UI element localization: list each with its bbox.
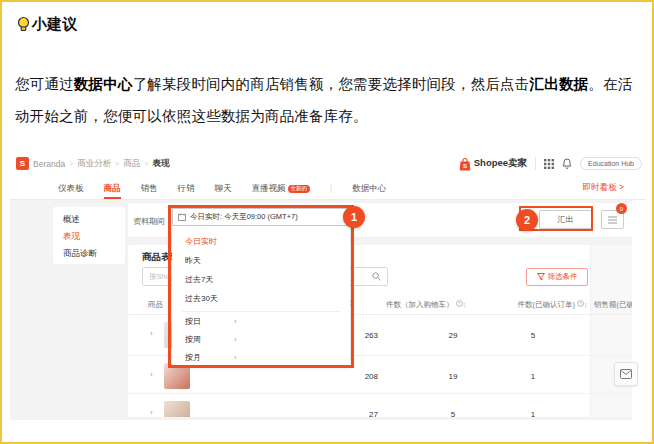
apps-grid-icon[interactable] <box>544 159 554 169</box>
product-thumbnail <box>164 363 190 389</box>
col-confirmed[interactable]: 件数(已确认订单) ?↕ <box>500 300 605 310</box>
chevron-right-icon: › <box>234 332 237 348</box>
sort-icon[interactable]: ↕ <box>463 301 467 308</box>
annotation-step-2: 2 <box>516 209 538 231</box>
add-to-cart-value: 19 <box>413 372 493 381</box>
option-by-month-label: 按月 <box>185 353 201 362</box>
seller-navbar: 仪表板 商品 销售 行销 聊天 直播视频 全新的 | 数据中心 即时看板 > <box>10 177 646 200</box>
breadcrumb-business-insights[interactable]: 商业分析 <box>77 158 111 170</box>
tip-text-segment: 了解某段时间内的商店销售额，您需要选择时间段，然后点击 <box>133 76 530 92</box>
sidebar-item-performance[interactable]: 表现 <box>53 228 125 245</box>
tab-livestream[interactable]: 直播视频 全新的 <box>252 177 311 199</box>
expand-row-icon[interactable]: › <box>150 370 153 379</box>
tip-bold-data-center: 数据中心 <box>74 76 133 92</box>
envelope-icon <box>620 369 632 379</box>
col-product: 商品 <box>148 300 163 310</box>
lightbulb-icon <box>16 16 31 33</box>
export-count-badge: 0 <box>616 203 627 214</box>
chevron-right-icon: › <box>234 350 237 366</box>
education-hub-button[interactable]: Education Hub <box>580 157 642 170</box>
breadcrumb-separator: > <box>115 160 119 167</box>
annotation-step-1: 1 <box>343 206 365 228</box>
add-to-cart-value: 5 <box>413 410 493 417</box>
breadcrumb-home[interactable]: Beranda <box>33 159 65 169</box>
tip-bold-export-data: 汇出数据 <box>530 76 589 92</box>
filter-button[interactable]: 筛选条件 <box>526 268 588 286</box>
tip-page: 小建议 您可通过数据中心了解某段时间内的商店销售额，您需要选择时间段，然后点击汇… <box>0 0 654 444</box>
sort-icon[interactable]: ↕ <box>584 301 588 308</box>
date-range-input[interactable]: 今日实时: 今天至09:00 (GMT+7) <box>172 208 350 226</box>
confirmed-value: 5 <box>493 331 573 340</box>
visitors-value: 208 <box>318 372 378 381</box>
table-row[interactable]: › 27 5 1 <box>128 393 632 417</box>
option-by-day[interactable]: 按日 › <box>172 314 350 330</box>
shopee-seller-brand: S Shopee卖家 <box>459 157 527 171</box>
info-icon: ? <box>577 300 584 307</box>
option-today-realtime[interactable]: 今日实时 <box>172 234 350 250</box>
seller-center-screenshot: S Beranda > 商业分析 > 商品 > 表现 S Shopee卖家 <box>10 150 646 420</box>
chevron-right-icon: › <box>234 314 237 330</box>
tab-dashboard[interactable]: 仪表板 <box>58 177 84 199</box>
option-past-30-days[interactable]: 过去30天 <box>172 291 350 307</box>
filter-button-label: 筛选条件 <box>548 272 578 282</box>
breadcrumb-separator: > <box>69 160 73 167</box>
shopee-logo-icon: S <box>16 157 29 170</box>
tab-products[interactable]: 商品 <box>104 177 121 199</box>
breadcrumb-products[interactable]: 商品 <box>123 158 140 170</box>
tab-livestream-label: 直播视频 <box>252 183 286 195</box>
search-icon[interactable] <box>372 272 381 281</box>
shopee-bag-icon: S <box>459 157 471 171</box>
realtime-dashboard-link[interactable]: 即时看板 > <box>583 182 624 194</box>
export-button[interactable]: 汇出 <box>539 210 592 229</box>
expand-row-icon[interactable]: › <box>150 329 153 338</box>
tip-text-segment: 您可通过 <box>15 76 74 92</box>
tip-title: 小建议 <box>16 15 77 34</box>
brand-text: Shopee卖家 <box>474 157 527 170</box>
confirmed-value: 1 <box>493 410 573 417</box>
dropdown-divider <box>182 311 340 312</box>
tab-chat[interactable]: 聊天 <box>215 177 232 199</box>
topbar-right: S Shopee卖家 <box>459 157 642 171</box>
svg-text:S: S <box>463 163 467 169</box>
visitors-value: 27 <box>318 410 378 417</box>
breadcrumb-performance: 表现 <box>152 158 169 170</box>
option-by-day-label: 按日 <box>185 317 201 326</box>
funnel-icon <box>537 273 545 281</box>
date-range-value: 今日实时: 今天至09:00 (GMT+7) <box>190 212 298 222</box>
col-add-to-cart[interactable]: 件数（加入购物车） ?↕ <box>371 300 481 310</box>
tab-sales[interactable]: 销售 <box>141 177 158 199</box>
tab-divider: | <box>330 183 332 193</box>
sort-icon[interactable]: ↕ <box>352 301 356 308</box>
product-thumbnail <box>164 401 190 417</box>
notification-bell-icon[interactable] <box>562 158 572 169</box>
new-badge: 全新的 <box>288 185 311 193</box>
breadcrumb-separator: > <box>144 160 148 167</box>
analytics-sidebar: 概述 表现 商品诊断 <box>53 207 125 264</box>
sidebar-item-overview[interactable]: 概述 <box>53 211 125 228</box>
calendar-icon <box>178 213 186 221</box>
confirmed-value: 1 <box>493 372 573 381</box>
tab-data-center[interactable]: 数据中心 <box>352 177 386 199</box>
chat-widget-button[interactable] <box>614 362 638 386</box>
col-add-to-cart-label: 件数（加入购物车） <box>386 300 454 309</box>
option-by-week-label: 按周 <box>185 335 201 344</box>
nav-tabs: 仪表板 商品 销售 行销 聊天 直播视频 全新的 | 数据中心 <box>58 177 386 199</box>
menu-lines-icon <box>608 216 617 224</box>
date-range-dropdown: 今日实时: 今天至09:00 (GMT+7) 今日实时 昨天 过去7天 过去30… <box>172 208 350 365</box>
col-confirmed-label: 件数(已确认订单) <box>517 300 575 309</box>
divider <box>535 157 536 170</box>
seller-topbar: S Beranda > 商业分析 > 商品 > 表现 S Shopee卖家 <box>10 150 646 177</box>
breadcrumb: S Beranda > 商业分析 > 商品 > 表现 <box>16 157 169 170</box>
period-label: 资料期间 <box>133 216 165 227</box>
tab-marketing[interactable]: 行销 <box>178 177 195 199</box>
tip-paragraph: 您可通过数据中心了解某段时间内的商店销售额，您需要选择时间段，然后点击汇出数据。… <box>15 68 643 132</box>
expand-row-icon[interactable]: › <box>150 408 153 417</box>
option-by-month[interactable]: 按月 › <box>172 350 350 366</box>
option-yesterday[interactable]: 昨天 <box>172 253 350 269</box>
info-icon: ? <box>456 300 463 307</box>
sidebar-item-diagnosis[interactable]: 商品诊断 <box>53 245 125 262</box>
col-sales: 销售额(已确认订单) <box>594 300 632 310</box>
option-by-week[interactable]: 按周 › <box>172 332 350 348</box>
option-past-7-days[interactable]: 过去7天 <box>172 272 350 288</box>
add-to-cart-value: 29 <box>413 331 493 340</box>
